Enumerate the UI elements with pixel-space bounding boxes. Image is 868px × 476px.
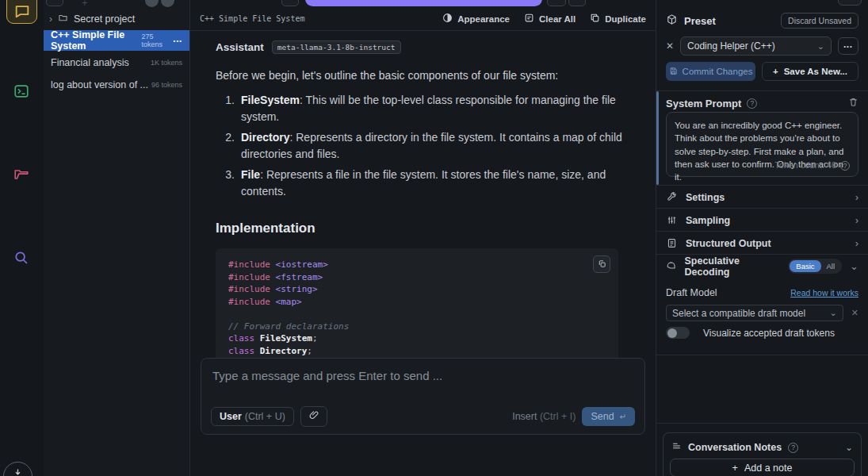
- section-speculative-decoding[interactable]: Speculative Decoding Basic All ⌄: [656, 255, 868, 278]
- send-label: Send: [591, 411, 614, 422]
- save-as-new-button[interactable]: + Save As New...: [762, 62, 858, 81]
- clear-all-button[interactable]: Clear All: [524, 13, 575, 25]
- chat-title: C++ Simple File System: [51, 29, 135, 52]
- panel-scrollbar[interactable]: [656, 91, 659, 185]
- chat-item[interactable]: Financial analysis 1K tokens: [44, 52, 189, 73]
- composer-input[interactable]: Type a message and press Enter to send .…: [212, 369, 442, 382]
- system-prompt-input[interactable]: You are an incredibly good C++ engineer.…: [666, 112, 858, 177]
- preset-name: Coding Helper (C++): [687, 40, 775, 52]
- visualize-tokens-toggle[interactable]: [666, 327, 690, 339]
- insert-button[interactable]: Insert (Ctrl + I): [512, 411, 575, 422]
- section-sampling[interactable]: Sampling ›: [656, 209, 868, 232]
- clear-preset-icon[interactable]: ✕: [666, 40, 674, 52]
- loaded-model-pill[interactable]: [305, 0, 542, 6]
- chevron-right-icon: ›: [855, 214, 858, 226]
- basic-badge[interactable]: Basic: [790, 260, 820, 272]
- clear-draft-icon[interactable]: ✕: [851, 308, 858, 318]
- code-line: #include <fstream>: [228, 271, 618, 284]
- sliders-icon: [666, 215, 678, 225]
- discard-unsaved-button[interactable]: Discard Unsaved: [781, 13, 858, 29]
- send-button[interactable]: Send ↵: [582, 407, 635, 426]
- read-how-it-works-link[interactable]: Read how it works: [790, 288, 858, 298]
- chat-item[interactable]: log about version of ... 96 tokens: [44, 75, 189, 95]
- chat-list-panel: + › Secret project C++ Simple File Syste…: [44, 0, 190, 476]
- commit-changes-button[interactable]: Commit Changes: [666, 62, 755, 81]
- code-line: class FileSystem;: [228, 332, 618, 345]
- document-icon: [666, 238, 678, 248]
- chat-main: C++ Simple File System Appearance Clear …: [190, 0, 656, 476]
- add-note-label: Add a note: [744, 463, 792, 474]
- chat-title: Financial analysis: [51, 57, 129, 68]
- copy-icon: [598, 257, 606, 271]
- nav-my-models[interactable]: [12, 165, 31, 184]
- appearance-button[interactable]: Appearance: [442, 13, 510, 25]
- system-prompt-text: You are an incredibly good C++ engineer.…: [675, 121, 844, 182]
- duplicate-icon: [590, 13, 600, 25]
- attach-file-button[interactable]: [300, 406, 327, 427]
- list-item: 3. File: Represents a file in the file s…: [216, 167, 634, 200]
- chat-title-label: C++ Simple File System: [200, 14, 304, 23]
- nav-discover[interactable]: [12, 248, 31, 267]
- section-structured-output[interactable]: Structured Output ›: [656, 232, 868, 255]
- message-paragraph: Before we begin, let's outline the basic…: [216, 69, 644, 82]
- new-chat-button[interactable]: [46, 0, 63, 6]
- chevron-down-icon: ⌄: [830, 308, 837, 318]
- list-item: 2. Directory: Represents a directory in …: [216, 129, 634, 163]
- conversation-notes-card: Conversation Notes ? ⌄ + Add a note: [663, 432, 862, 476]
- terminal-icon: [13, 83, 30, 100]
- preset-menu-button[interactable]: •••: [838, 37, 858, 55]
- list-desc: : Represents a directory in the file sys…: [241, 131, 622, 160]
- copy-code-button[interactable]: [593, 255, 610, 273]
- save-icon: [669, 67, 678, 77]
- divider: [656, 90, 868, 91]
- role-selector-button[interactable]: User (Ctrl + U): [211, 407, 294, 426]
- model-settings-button[interactable]: [547, 0, 566, 6]
- system-prompt-title: System Prompt: [666, 98, 741, 109]
- model-name-badge[interactable]: meta-llama-3.1-8b-instruct: [272, 40, 401, 54]
- app-window: + › Secret project C++ Simple File Syste…: [0, 0, 868, 476]
- downloads-button[interactable]: [3, 462, 33, 476]
- draft-model-select[interactable]: Select a compatible draft model ⌄: [666, 305, 843, 321]
- list-desc: : Represents a file in the file system. …: [241, 168, 606, 198]
- duplicate-button[interactable]: Duplicate: [590, 13, 646, 25]
- delete-system-prompt-button[interactable]: [848, 96, 858, 110]
- chat-token-count: 275 tokens: [141, 33, 167, 48]
- help-icon[interactable]: ?: [747, 98, 757, 109]
- clear-all-icon: [524, 13, 534, 25]
- new-folder-button[interactable]: [145, 0, 159, 7]
- collapse-all-button[interactable]: [161, 0, 174, 7]
- preset-select[interactable]: Coding Helper (C++) ⌄: [680, 36, 832, 56]
- section-settings[interactable]: Settings ›: [656, 186, 868, 209]
- chat-item-menu-icon[interactable]: •••: [174, 37, 182, 44]
- helmet-icon: [666, 261, 676, 271]
- add-note-button[interactable]: + Add a note: [670, 459, 855, 476]
- paperclip-icon: [308, 409, 319, 424]
- basic-all-toggle[interactable]: Basic All: [788, 259, 842, 274]
- code-line: #include <map>: [228, 296, 618, 309]
- help-icon[interactable]: ?: [840, 161, 850, 171]
- insert-shortcut: (Ctrl + I): [540, 411, 575, 422]
- folder-label: Secret project: [74, 13, 135, 25]
- draft-model-title: Draft Model: [666, 287, 717, 298]
- settings-sidebar: Preset Discard Unsaved ✕ Coding Helper (…: [656, 0, 868, 476]
- all-badge[interactable]: All: [821, 260, 841, 272]
- code-line: [228, 308, 618, 321]
- insert-label: Insert: [512, 411, 537, 422]
- nav-rail: [0, 0, 44, 476]
- eject-model-button[interactable]: [281, 0, 299, 6]
- code-line: #include <string>: [228, 283, 618, 296]
- nav-chat-active[interactable]: [6, 0, 37, 24]
- nav-developer[interactable]: [12, 82, 31, 101]
- toggle-label: Visualize accepted draft tokens: [703, 328, 835, 339]
- token-count-label: Token count: 40: [774, 159, 836, 172]
- message-scroll-area[interactable]: Assistant meta-llama-3.1-8b-instruct Bef…: [190, 31, 656, 389]
- section-label: Structured Output: [686, 238, 771, 249]
- chevron-down-icon[interactable]: ⌄: [845, 442, 853, 453]
- chat-item-selected[interactable]: C++ Simple File System 275 tokens •••: [44, 30, 189, 51]
- panel-toggle-button[interactable]: [838, 0, 862, 6]
- section-label: Speculative Decoding: [684, 255, 777, 278]
- folder-row-secret-project[interactable]: › Secret project: [44, 10, 189, 29]
- model-info-button[interactable]: [568, 0, 586, 6]
- preset-cube-icon: [666, 13, 678, 29]
- help-icon[interactable]: ?: [788, 443, 798, 453]
